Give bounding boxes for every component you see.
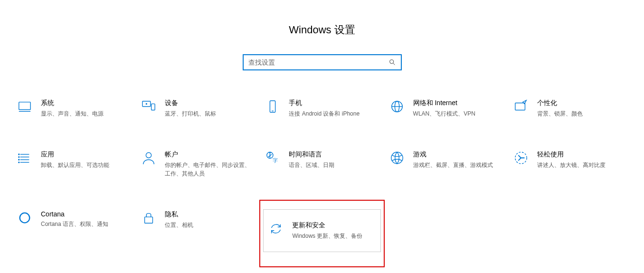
tile-title: Cortana [41, 210, 131, 218]
tile-desc: 你的帐户、电子邮件、同步设置、工作、其他人员 [165, 161, 250, 178]
svg-point-26 [20, 213, 30, 223]
search-container [0, 54, 644, 70]
search-icon [388, 58, 396, 66]
tile-desc: 游戏栏、截屏、直播、游戏模式 [413, 161, 499, 169]
devices-icon [141, 99, 156, 114]
tile-title: 系统 [41, 99, 131, 107]
tile-desc: Windows 更新、恢复、备份 [292, 232, 375, 240]
tile-title: 隐私 [165, 210, 255, 219]
svg-rect-27 [145, 217, 153, 223]
tile-title: 更新和安全 [292, 221, 375, 230]
tile-desc: 卸载、默认应用、可选功能 [41, 161, 126, 169]
header: Windows 设置 [0, 0, 644, 70]
personalization-icon [513, 99, 529, 114]
tile-desc: 语音、区域、日期 [289, 161, 374, 169]
page-title: Windows 设置 [0, 23, 644, 37]
svg-point-24 [391, 152, 402, 164]
tile-desc: 讲述人、放大镜、高对比度 [537, 161, 623, 169]
system-icon [17, 99, 32, 114]
tile-desc: 位置、相机 [165, 221, 250, 229]
svg-rect-12 [515, 103, 525, 110]
tile-title: 个性化 [537, 99, 627, 107]
tile-title: 轻松使用 [537, 150, 627, 159]
svg-point-0 [389, 60, 393, 64]
tile-desc: 背景、锁屏、颜色 [537, 109, 623, 118]
tile-system[interactable]: 系统 显示、声音、通知、电源 [14, 97, 133, 120]
svg-rect-7 [270, 101, 275, 112]
svg-rect-2 [19, 102, 30, 110]
svg-point-18 [19, 156, 19, 157]
empty-cell [387, 208, 506, 253]
tile-title: 游戏 [413, 150, 503, 159]
tile-desc: 显示、声音、通知、电源 [41, 109, 126, 118]
tile-desc: WLAN、飞行模式、VPN [413, 109, 499, 118]
svg-rect-5 [152, 104, 155, 110]
svg-point-6 [146, 103, 147, 104]
tile-ease-of-access[interactable]: 轻松使用 讲述人、放大镜、高对比度 [511, 148, 630, 180]
tile-desc: 蓝牙、打印机、鼠标 [165, 109, 250, 118]
svg-point-21 [146, 153, 152, 158]
ease-icon [513, 150, 529, 166]
tile-title: 帐户 [165, 150, 255, 159]
svg-point-19 [19, 159, 19, 160]
highlight-update-security: 更新和安全 Windows 更新、恢复、备份 [259, 200, 384, 267]
svg-point-17 [19, 154, 19, 155]
tile-title: 设备 [165, 99, 255, 107]
tile-gaming[interactable]: 游戏 游戏栏、截屏、直播、游戏模式 [387, 148, 506, 180]
apps-icon [17, 150, 32, 166]
tile-title: 手机 [289, 99, 379, 107]
search-input[interactable] [248, 58, 388, 66]
tile-title: 时间和语言 [289, 150, 379, 159]
tile-desc: Cortana 语言、权限、通知 [41, 220, 126, 228]
tile-accounts[interactable]: 帐户 你的帐户、电子邮件、同步设置、工作、其他人员 [138, 148, 257, 180]
tile-privacy[interactable]: 隐私 位置、相机 [138, 208, 257, 253]
tile-apps[interactable]: 应用 卸载、默认应用、可选功能 [14, 148, 133, 180]
tile-desc: 连接 Android 设备和 iPhone [289, 109, 374, 118]
tile-time-language[interactable]: 字 时间和语言 语音、区域、日期 [262, 148, 381, 180]
network-icon [389, 99, 405, 114]
svg-text:字: 字 [273, 157, 278, 163]
tile-cortana[interactable]: Cortana Cortana 语言、权限、通知 [14, 208, 133, 253]
svg-point-20 [19, 162, 19, 163]
search-box[interactable] [243, 54, 402, 70]
cortana-icon [17, 210, 32, 225]
tile-personalization[interactable]: 个性化 背景、锁屏、颜色 [511, 97, 630, 120]
privacy-icon [141, 210, 156, 225]
phone-icon [265, 99, 280, 114]
update-icon [268, 221, 284, 236]
accounts-icon [141, 150, 156, 166]
settings-grid: 系统 显示、声音、通知、电源 设备 蓝牙、打印机、鼠标 手机 连接 Androi… [0, 97, 644, 253]
tile-update-security[interactable]: 更新和安全 Windows 更新、恢复、备份 [263, 209, 380, 252]
empty-cell [511, 208, 630, 253]
tile-title: 应用 [41, 150, 131, 159]
tile-network[interactable]: 网络和 Internet WLAN、飞行模式、VPN [387, 97, 506, 120]
svg-line-1 [393, 63, 395, 65]
gaming-icon [389, 150, 405, 166]
tile-title: 网络和 Internet [413, 99, 503, 107]
tile-phone[interactable]: 手机 连接 Android 设备和 iPhone [262, 97, 381, 120]
tile-devices[interactable]: 设备 蓝牙、打印机、鼠标 [138, 97, 257, 120]
time-language-icon: 字 [265, 150, 280, 166]
